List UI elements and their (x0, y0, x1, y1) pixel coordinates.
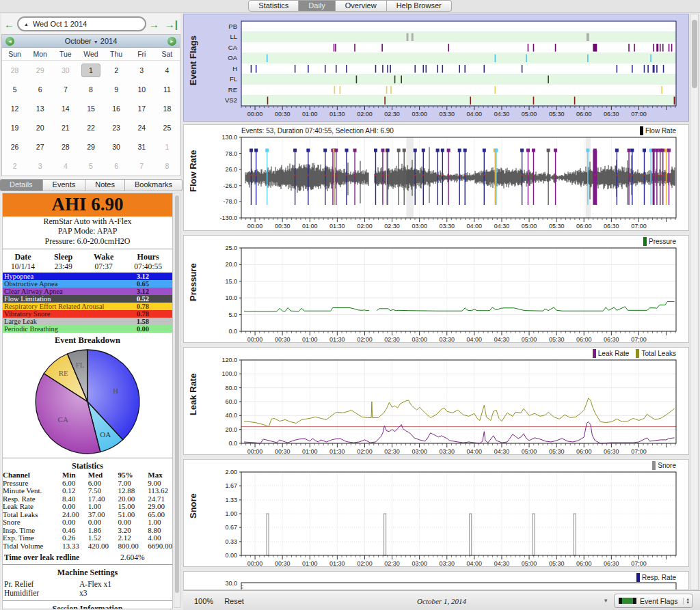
machine-setting-label: Humidifier (3, 589, 79, 598)
calendar-day[interactable]: 23 (104, 118, 129, 137)
calendar-day[interactable]: 9 (104, 80, 129, 99)
resp-rate-plot[interactable]: 30.0 (184, 572, 688, 590)
calendar-day[interactable]: 3 (129, 61, 154, 80)
panel-resp-rate[interactable]: Resp. Rate 30.0 (183, 571, 689, 590)
calendar-day[interactable]: 7 (129, 156, 154, 176)
leak-rate-plot[interactable]: 0.020.040.060.080.0100.0120.000:0000:300… (184, 348, 688, 455)
snore-plot[interactable]: 0.000.330.671.001.331.672.0000:0000:3001… (184, 460, 688, 567)
panel-pressure[interactable]: Pressure Pressure 0.05.010.015.020.025.0… (183, 235, 689, 343)
svg-text:80.0: 80.0 (225, 385, 237, 391)
svg-text:03:00: 03:00 (412, 111, 427, 117)
calendar-day[interactable]: 29 (78, 137, 103, 156)
calendar-day[interactable]: 21 (53, 118, 78, 137)
calendar-day[interactable]: 13 (27, 99, 53, 118)
svg-text:01:00: 01:00 (302, 336, 318, 343)
statistics-cell: 0.26 (62, 534, 88, 542)
calendar-day[interactable]: 2 (2, 156, 27, 176)
panel-snore[interactable]: Snore Snore 0.000.330.671.001.331.672.00… (183, 459, 689, 567)
details-tab-events[interactable]: Events (43, 179, 86, 191)
latest-day-button[interactable]: →| (165, 18, 178, 30)
calendar-day-number: 17 (137, 105, 146, 113)
calendar-day[interactable]: 16 (104, 99, 129, 118)
weekday-label: Mon (27, 50, 53, 58)
legend-label: Flow Rate (645, 127, 676, 135)
calendar-day[interactable]: 6 (27, 80, 53, 99)
calendar-title[interactable]: October ▼ 2014 (65, 37, 118, 45)
calendar-day[interactable]: 5 (2, 80, 27, 99)
calendar-day[interactable]: 2 (104, 61, 129, 80)
calendar-day[interactable]: 6 (104, 156, 129, 176)
panel-flow-rate[interactable]: Flow Rate Events: 53, Duration 07:40:55,… (183, 124, 689, 231)
graph-select-dropdown[interactable]: Event Flags ▲▼ (614, 594, 693, 608)
flow-rate-plot[interactable]: 130.078.026.0-26.0-78.0-130.000:0000:300… (184, 125, 688, 231)
svg-text:07:00: 07:00 (631, 448, 647, 455)
calendar-day[interactable]: 30 (53, 61, 78, 80)
calendar-day[interactable]: 4 (154, 61, 180, 80)
statistics-row: Leak Rate0.001.0015.0029.00 (3, 503, 172, 511)
calendar-day[interactable]: 25 (154, 118, 180, 137)
calendar-day-number: 11 (163, 85, 171, 94)
calendar-day[interactable]: 17 (129, 99, 154, 118)
calendar-day[interactable]: 3 (27, 156, 53, 176)
calendar-year[interactable]: 2014 (100, 37, 117, 45)
weekday-label: Sun (2, 50, 27, 58)
calendar-day-number: 12 (11, 105, 19, 113)
prev-day-button[interactable]: ← (4, 18, 14, 30)
calendar-day[interactable]: 8 (78, 80, 103, 99)
svg-text:01:00: 01:00 (302, 560, 318, 567)
next-day-button[interactable]: → (149, 18, 159, 30)
details-scrollbar[interactable] (174, 193, 180, 608)
calendar-day[interactable]: 7 (53, 80, 78, 99)
calendar-day[interactable]: 4 (53, 156, 78, 176)
panel-event-flags[interactable]: Event Flags PBLLCAOAHFLREVS200:0000:3001… (183, 14, 689, 122)
calendar-day[interactable]: 15 (78, 99, 103, 118)
graph-select-caret-icon[interactable]: ▼ (603, 598, 608, 604)
calendar-day[interactable]: 28 (53, 137, 78, 156)
calendar-day[interactable]: 8 (154, 156, 180, 176)
calendar-day[interactable]: 30 (104, 137, 129, 156)
calendar-day[interactable]: 27 (27, 137, 53, 156)
details-scrollbar-thumb[interactable] (175, 195, 179, 593)
calendar-day[interactable]: 12 (2, 99, 27, 118)
details-tab-details[interactable]: Details (0, 179, 43, 191)
calendar-day[interactable]: 24 (129, 118, 154, 137)
calendar-day[interactable]: 31 (129, 137, 154, 156)
event-flags-plot[interactable]: PBLLCAOAHFLREVS200:0000:3001:0001:3002:0… (184, 14, 688, 122)
calendar-day[interactable]: 14 (53, 99, 78, 118)
calendar-day[interactable]: 28 (2, 61, 27, 80)
svg-text:15.0: 15.0 (225, 278, 237, 285)
calendar-day[interactable]: 20 (27, 118, 53, 137)
calendar-day[interactable]: 10 (129, 80, 154, 99)
svg-text:06:00: 06:00 (576, 560, 592, 567)
calendar-day[interactable]: 11 (154, 80, 180, 99)
calendar-day[interactable]: 22 (78, 118, 103, 137)
pressure-plot[interactable]: 0.05.010.015.020.025.000:0000:3001:0001:… (184, 236, 688, 343)
pressure-axis-label: Pressure (188, 236, 198, 329)
charts-area: Event Flags PBLLCAOAHFLREVS200:0000:3001… (183, 0, 689, 590)
calendar-prev-month-button[interactable]: ◄ (5, 37, 14, 46)
calendar-day[interactable]: 19 (2, 118, 27, 137)
details-tab-bookmarks[interactable]: Bookmarks (125, 179, 183, 191)
machine-settings-title: Machine Settings (3, 568, 172, 578)
calendar-next-month-button[interactable]: ► (167, 37, 176, 46)
charts-scrollbar[interactable] (690, 14, 699, 590)
calendar-day[interactable]: 29 (27, 61, 53, 80)
calendar-day[interactable]: 18 (154, 99, 180, 118)
svg-text:02:00: 02:00 (357, 448, 373, 455)
calendar-day-selected[interactable]: 1 (78, 61, 103, 80)
calendar-day[interactable]: 26 (2, 137, 27, 156)
statistics-cell: 6690.00 (148, 542, 172, 551)
calendar-day-number: 23 (112, 124, 120, 132)
calendar-day[interactable]: 1 (154, 137, 180, 156)
legend-item: Total Leaks (636, 349, 676, 358)
svg-text:03:30: 03:30 (439, 336, 455, 343)
charts-scrollbar-thumb[interactable] (692, 20, 697, 88)
calendar-month[interactable]: October (65, 37, 92, 45)
session-information-title: Session Information (3, 604, 172, 609)
date-picker[interactable]: ▲ Wed Oct 1 2014 (17, 16, 146, 31)
svg-text:03:00: 03:00 (412, 336, 427, 343)
calendar-day[interactable]: 5 (78, 156, 103, 176)
details-tab-notes[interactable]: Notes (85, 179, 125, 191)
panel-leak-rate[interactable]: Leak Rate Leak RateTotal Leaks 0.020.040… (183, 347, 689, 455)
svg-text:00:00: 00:00 (247, 336, 263, 343)
